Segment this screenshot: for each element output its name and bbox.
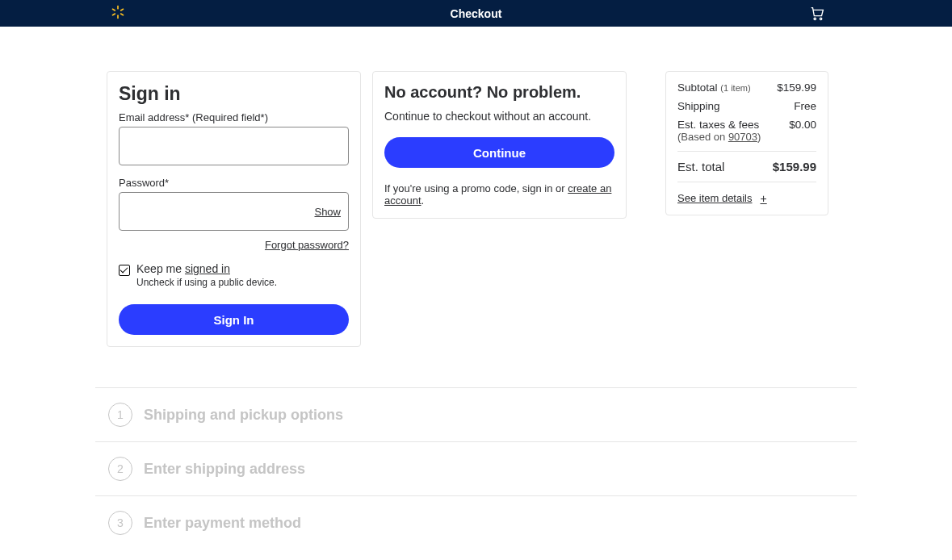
- plus-icon: +: [761, 192, 767, 205]
- total-value: $159.99: [773, 160, 816, 173]
- svg-point-7: [820, 18, 821, 19]
- svg-point-6: [814, 18, 816, 19]
- signed-in-tooltip-link[interactable]: signed in: [185, 262, 230, 275]
- header: Checkout: [0, 0, 952, 27]
- step-number: 1: [108, 403, 132, 427]
- guest-heading: No account? No problem.: [384, 83, 614, 102]
- see-item-details-link[interactable]: See item details +: [677, 192, 767, 205]
- svg-rect-5: [120, 13, 124, 16]
- svg-rect-1: [117, 15, 119, 19]
- cart-icon[interactable]: [808, 4, 826, 25]
- checkout-steps: 1 Shipping and pickup options 2 Enter sh…: [95, 387, 857, 550]
- email-field[interactable]: [119, 127, 349, 165]
- signin-button[interactable]: Sign In: [119, 304, 349, 335]
- subtotal-label: Subtotal (1 item): [677, 81, 751, 94]
- svg-rect-4: [111, 8, 115, 11]
- keep-signed-in-label: Keep me signed in: [136, 262, 277, 275]
- footer: © 2019 Walmart Inc. Leave feedback: [0, 550, 952, 560]
- step-payment-method: 3 Enter payment method: [95, 496, 857, 550]
- step-shipping-options: 1 Shipping and pickup options: [95, 388, 857, 442]
- divider: [677, 182, 816, 182]
- step-number: 3: [108, 511, 132, 535]
- password-label: Password*: [119, 177, 349, 189]
- tax-note: (Based on 90703): [677, 131, 761, 143]
- shipping-value: Free: [794, 100, 816, 112]
- order-summary-panel: Subtotal (1 item) $159.99 Shipping Free …: [665, 71, 828, 215]
- step-title: Enter shipping address: [144, 461, 305, 478]
- promo-text: If you're using a promo code, sign in or…: [384, 182, 614, 207]
- page-title: Checkout: [451, 7, 502, 20]
- forgot-password-link[interactable]: Forgot password?: [119, 239, 349, 251]
- keep-signed-in-checkbox[interactable]: [119, 265, 130, 276]
- signin-panel: Sign in Email address* (Required field*)…: [107, 71, 361, 347]
- svg-rect-0: [117, 6, 119, 10]
- guest-subtext: Continue to checkout without an account.: [384, 110, 614, 123]
- email-label: Email address* (Required field*): [119, 111, 349, 123]
- show-password-button[interactable]: Show: [314, 206, 341, 218]
- guest-panel: No account? No problem. Continue to chec…: [372, 71, 627, 219]
- tax-value: $0.00: [789, 119, 816, 131]
- zip-link[interactable]: 90703: [728, 131, 757, 143]
- total-label: Est. total: [677, 160, 724, 173]
- step-shipping-address: 2 Enter shipping address: [95, 442, 857, 496]
- walmart-logo-icon[interactable]: [110, 4, 126, 23]
- subtotal-value: $159.99: [777, 81, 816, 94]
- svg-rect-2: [120, 8, 124, 11]
- step-number: 2: [108, 457, 132, 481]
- tax-label: Est. taxes & fees: [677, 119, 759, 131]
- continue-button[interactable]: Continue: [384, 137, 614, 168]
- keep-signed-in-sub: Uncheck if using a public device.: [136, 277, 277, 288]
- step-title: Shipping and pickup options: [144, 407, 343, 424]
- shipping-label: Shipping: [677, 100, 720, 112]
- signin-heading: Sign in: [119, 83, 349, 105]
- svg-rect-3: [111, 13, 115, 16]
- divider: [677, 151, 816, 152]
- step-title: Enter payment method: [144, 515, 301, 532]
